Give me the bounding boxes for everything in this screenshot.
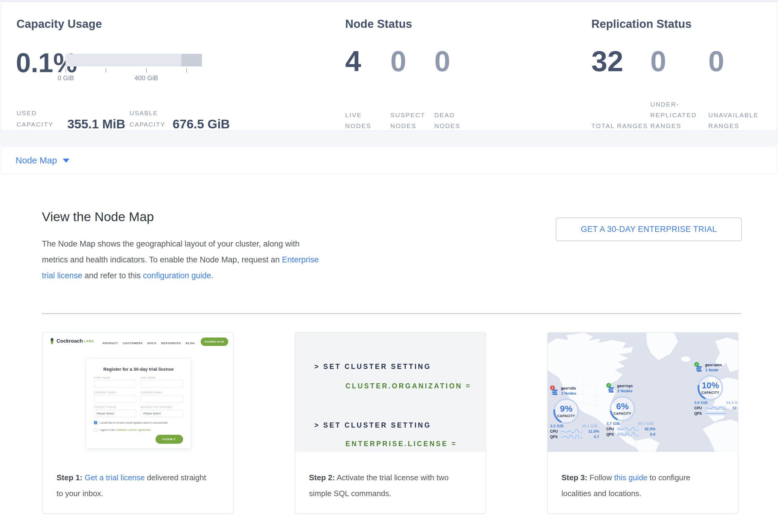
mini-site-nav: PRODUCT CUSTOMERS DOCS RESOURCES BLOG [102,342,195,345]
cockroach-bug-icon [49,337,55,345]
sql-command-line: > SET CLUSTER SETTING [314,421,431,429]
capacity-percent: 10% [696,381,725,390]
view-selector-dropdown[interactable]: Node Map [1,146,777,174]
chevron-down-icon [63,159,69,163]
logo-wordmark: Cockroach [57,338,83,344]
suspect-nodes-count: 0 [390,47,434,76]
checkbox-checked-icon: ✓ [94,421,97,424]
cpu-sparkline [617,427,638,431]
locality-name: geo=sfo [561,386,576,390]
locality-name: geo=nyc [617,384,633,388]
company-name-input [94,395,136,402]
suspect-nodes-label: SUSPECT NODES [390,110,434,131]
step3-text: to configure [647,473,690,482]
company-email-label: COMPANY EMAIL [141,391,183,394]
database-stack-icon [696,365,703,373]
unavailable-ranges-label: UNAVAILABLE RANGES [708,110,771,131]
email-updates-checkbox-row: ✓ I would like to receive email updates … [94,421,191,424]
intro-paragraph: The Node Map shows the geographical layo… [42,236,383,284]
logo-labs: LABS [84,339,94,343]
capacity-label: CAPACITY [552,414,580,418]
node-map-preview: 1 geo=sfo 2 Nodes 9% CAPACITY 3.2 GiB 35 [548,333,738,452]
locality-node-count: 2 Nodes [617,389,633,393]
step2-caption: Step 2: Activate the trial license with … [309,470,476,502]
step1-text: to your inbox. [57,489,103,498]
node-map-promo-section: View the Node Map The Node Map shows the… [0,174,778,532]
capacity-axis-label-0: 0 GiB [42,74,90,82]
step2-label: Step 2: [309,473,335,482]
step1-text: delivered straight [145,473,206,482]
under-replicated-ranges-count: 0 [650,47,708,76]
first-name-label: FIRST NAME [94,376,136,379]
cluster-summary-bar: Capacity Usage 0.1% 0 GiB 400 GiB USED C… [1,2,777,131]
capacity-gauge: 9% CAPACITY [552,397,580,426]
qps-label: QPS [694,411,705,415]
qps-sparkline [617,432,638,436]
project-phase-label: PROJECT PHASE [94,406,136,408]
this-guide-link[interactable]: this guide [614,473,647,482]
dead-nodes-count: 0 [434,47,479,76]
live-nodes-label: LIVE NODES [345,110,390,131]
cpu-label: CPU [606,427,617,431]
locality-node-count: 2 Nodes [561,391,576,395]
capacity-label: CAPACITY [608,412,637,415]
database-stack-icon [608,386,615,393]
capacity-total: 65.7 GiB [638,421,653,426]
intro-text: The Node Map shows the geographical layo… [42,239,300,248]
total-ranges-label: TOTAL RANGES [591,121,650,131]
total-ranges-count: 32 [591,47,650,76]
sql-code-block: > SET CLUSTER SETTING CLUSTER.ORGANIZATI… [295,333,485,452]
step3-text: Follow [588,473,614,482]
get-trial-license-link[interactable]: Get a trial license [85,473,145,482]
nav-item-blog: BLOG [186,342,195,345]
capacity-total: 34.4 GiB [726,400,738,405]
intro-text: . [211,271,214,280]
step3-card: 1 geo=sfo 2 Nodes 9% CAPACITY 3.2 GiB 35 [547,332,738,514]
view-selector-label[interactable]: Node Map [15,155,57,165]
qps-sparkline [561,435,582,439]
page-title: View the Node Map [42,210,154,224]
capacity-gauge: 10% CAPACITY [696,373,725,402]
section-divider [42,313,741,314]
email-updates-text: I would like to receive email updates ab… [99,421,168,424]
enterprise-trial-license-link[interactable]: Enterprise [282,255,319,264]
cpu-sparkline [705,406,726,410]
reason-label: REASON FOR INTEREST [141,406,183,408]
nav-item-product: PRODUCT [102,342,118,345]
software-license-link: Software License Agreement. [116,429,151,432]
used-capacity-label: USED CAPACITY [16,107,66,130]
capacity-usage-bar-reserved [181,54,202,66]
nav-item-docs: DOCS [147,342,156,345]
step1-caption: Step 1: Get a trial license delivered st… [57,470,224,502]
capacity-axis-tick [105,69,106,72]
capacity-usage-bar [66,54,202,66]
step2-card: > SET CLUSTER SETTING CLUSTER.ORGANIZATI… [295,332,486,514]
capacity-percent: 6% [608,401,637,411]
configuration-guide-link[interactable]: configuration guide [143,271,211,280]
agree-text: I agree to the [99,429,115,432]
company-name-label: COMPANY NAME [94,391,136,394]
locality-node-count: 1 Node [705,368,718,372]
used-capacity-value: 355.1 MiB [67,117,125,131]
first-name-input [94,380,136,388]
replication-status-title: Replication Status [591,18,692,30]
project-phase-select: Please Select [94,409,136,417]
cpu-label: CPU [550,429,561,434]
enterprise-trial-button[interactable]: GET A 30-DAY ENTERPRISE TRIAL [556,218,742,241]
database-stack-icon [552,389,559,396]
cpu-label: CPU [694,406,705,410]
sql-setting-line: ENTERPRISE.LICENSE = [345,440,457,448]
checkbox-empty-icon [94,428,97,432]
submit-button: SUBMIT [156,435,183,444]
capacity-used: 3.7 GiB [606,421,620,426]
step1-website-screenshot: Cockroach LABS PRODUCT CUSTOMERS DOCS RE… [43,333,233,452]
cpu-value: 12.3% [726,406,738,410]
step2-text: simple SQL commands. [309,489,391,498]
unavailable-ranges-count: 0 [708,47,768,76]
enterprise-trial-license-link[interactable]: trial license [42,271,82,280]
cpu-value: 42.5% [638,427,655,431]
cpu-value: 11.0% [582,429,599,434]
capacity-used: 3.6 GiB [694,400,708,405]
capacity-axis-label-400: 400 GiB [122,74,170,82]
sql-command-line: > SET CLUSTER SETTING [314,363,431,371]
